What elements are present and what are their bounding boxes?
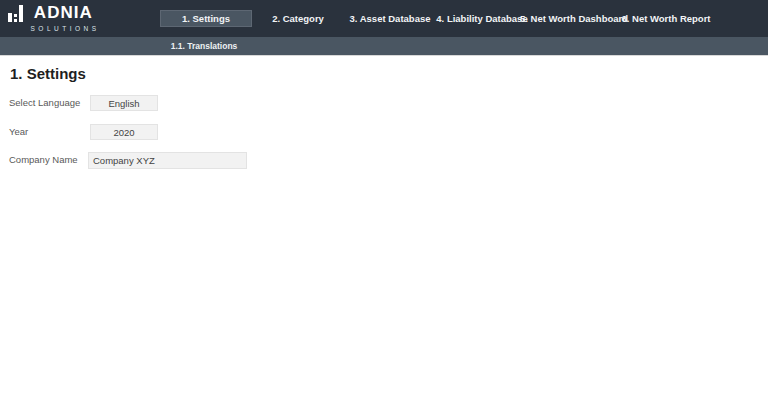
- tab-category[interactable]: 2. Category: [252, 10, 344, 27]
- subtab-translations[interactable]: 1.1. Translations: [156, 37, 252, 55]
- page-title: 1. Settings: [10, 65, 86, 82]
- tab-settings[interactable]: 1. Settings: [160, 10, 252, 27]
- year-label: Year: [9, 124, 28, 140]
- tab-liability-database[interactable]: 4. Liability Database: [436, 10, 528, 27]
- nav-tabs: 1. Settings 2. Category 3. Asset Databas…: [160, 10, 712, 27]
- bar-chart-icon-dots: [14, 14, 17, 22]
- app-window: ADNIA SOLUTIONS 1. Settings 2. Category …: [0, 0, 768, 400]
- tab-net-worth-dashboard[interactable]: 5. Net Worth Dashboard: [528, 10, 620, 27]
- bar-chart-icon-tall-bar: [19, 5, 23, 22]
- tab-asset-database[interactable]: 3. Asset Database: [344, 10, 436, 27]
- company-name-label: Company Name: [9, 152, 78, 168]
- bar-chart-icon: [8, 5, 23, 22]
- logo-text: ADNIA SOLUTIONS: [27, 4, 100, 33]
- brand-name: ADNIA: [34, 4, 93, 22]
- tab-net-worth-report[interactable]: 6. Net Worth Report: [620, 10, 712, 27]
- content-area: 1. Settings Select Language English Year…: [0, 56, 768, 400]
- top-navigation-bar: ADNIA SOLUTIONS 1. Settings 2. Category …: [0, 0, 768, 37]
- select-language-label: Select Language: [9, 95, 80, 111]
- bar-chart-icon-short-bar: [8, 13, 12, 22]
- year-select-cell[interactable]: 2020: [90, 124, 158, 140]
- company-name-input-cell[interactable]: Company XYZ: [88, 152, 247, 169]
- brand-tagline: SOLUTIONS: [27, 24, 100, 33]
- language-select-cell[interactable]: English: [90, 95, 158, 111]
- sub-navigation-bar: 1.1. Translations: [0, 37, 768, 56]
- adnia-logo: ADNIA SOLUTIONS: [8, 4, 100, 33]
